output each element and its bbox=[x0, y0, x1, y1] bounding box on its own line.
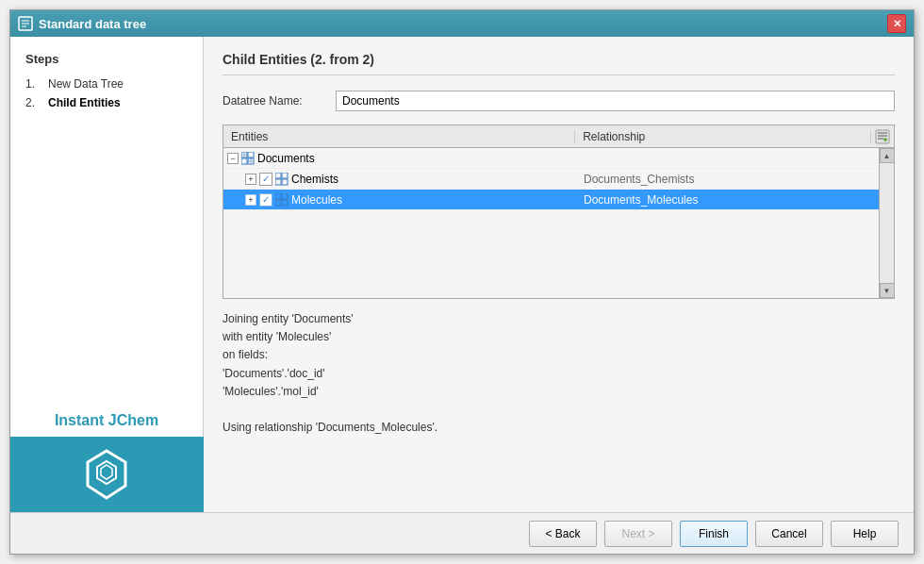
table-header: Entities Relationship bbox=[223, 125, 894, 148]
svg-marker-4 bbox=[88, 451, 125, 498]
rel-cell-molecules: Documents_Molecules bbox=[576, 193, 879, 207]
grid-icon-molecules bbox=[275, 193, 289, 207]
col-entities: Entities bbox=[223, 130, 575, 143]
info-line7: Using relationship 'Documents_Molecules'… bbox=[223, 419, 895, 437]
svg-rect-27 bbox=[275, 200, 281, 206]
checkbox-chemists[interactable]: ✓ bbox=[259, 173, 272, 186]
rel-cell-chemists: Documents_Chemists bbox=[576, 173, 879, 186]
step-2-label: Child Entities bbox=[48, 96, 121, 109]
footer: < Back Next > Finish Cancel Help bbox=[10, 512, 914, 554]
svg-rect-28 bbox=[282, 200, 288, 206]
finish-button[interactable]: Finish bbox=[680, 521, 748, 547]
entities-cell-molecules: + ✓ Molecules bbox=[223, 193, 576, 207]
rel-text-molecules: Documents_Molecules bbox=[584, 193, 698, 207]
svg-rect-7 bbox=[876, 130, 889, 143]
hex-icon bbox=[78, 446, 135, 503]
table-rows-area: − bbox=[223, 148, 879, 298]
right-panel: Child Entities (2. from 2) Datatree Name… bbox=[204, 37, 914, 512]
help-button[interactable]: Help bbox=[831, 521, 899, 547]
title-bar: Standard data tree ✕ bbox=[10, 10, 914, 37]
table-row[interactable]: + ✓ Chemists bbox=[223, 169, 879, 190]
svg-rect-23 bbox=[275, 179, 281, 185]
info-line1: Joining entity 'Documents' bbox=[223, 310, 895, 328]
panel-title: Child Entities (2. from 2) bbox=[223, 52, 895, 75]
scroll-down-btn[interactable]: ▼ bbox=[880, 283, 895, 298]
svg-rect-24 bbox=[282, 179, 288, 185]
entity-label-chemists: Chemists bbox=[291, 173, 338, 186]
main-content: Steps 1. New Data Tree 2. Child Entities… bbox=[10, 37, 914, 512]
datatree-label: Datatree Name: bbox=[223, 94, 326, 108]
title-bar-left: Standard data tree bbox=[18, 16, 146, 31]
scroll-up-btn[interactable]: ▲ bbox=[880, 148, 895, 163]
next-button[interactable]: Next > bbox=[604, 521, 672, 547]
sidebar: Steps 1. New Data Tree 2. Child Entities… bbox=[10, 37, 204, 512]
table-scrollbar[interactable]: ▲ ▼ bbox=[879, 148, 894, 298]
back-button[interactable]: < Back bbox=[529, 521, 597, 547]
info-line5: 'Molecules'.'mol_id' bbox=[223, 383, 895, 401]
expand-chemists[interactable]: + bbox=[245, 174, 256, 185]
expand-molecules[interactable]: + bbox=[245, 194, 256, 206]
rel-text-chemists: Documents_Chemists bbox=[584, 173, 694, 186]
step-1: 1. New Data Tree bbox=[25, 77, 188, 91]
entity-label-documents: Documents bbox=[257, 152, 315, 165]
svg-rect-15 bbox=[241, 158, 247, 164]
entities-cell-documents: − bbox=[223, 152, 576, 165]
folder-icon-documents bbox=[241, 152, 255, 165]
svg-rect-14 bbox=[248, 152, 254, 158]
sidebar-brand: Instant JChem bbox=[25, 412, 188, 497]
table-row[interactable]: − bbox=[223, 148, 879, 169]
info-line3: on fields: bbox=[223, 346, 895, 364]
svg-rect-25 bbox=[275, 193, 281, 199]
entities-cell-chemists: + ✓ Chemists bbox=[223, 173, 576, 186]
step-2-number: 2. bbox=[25, 96, 42, 109]
info-line4: 'Documents'.'doc_id' bbox=[223, 365, 895, 383]
info-line2: with entity 'Molecules' bbox=[223, 328, 895, 346]
brand-logo bbox=[10, 437, 204, 512]
step-1-number: 1. bbox=[25, 77, 42, 91]
datatree-name-row: Datatree Name: bbox=[223, 91, 895, 111]
step-2: 2. Child Entities bbox=[25, 96, 188, 109]
table-body: − bbox=[223, 148, 894, 298]
svg-rect-21 bbox=[275, 173, 281, 178]
steps-title: Steps bbox=[25, 52, 188, 66]
entities-table: Entities Relationship bbox=[223, 124, 895, 299]
brand-text: Instant JChem bbox=[55, 412, 158, 429]
expand-documents[interactable]: − bbox=[227, 153, 239, 164]
svg-rect-26 bbox=[282, 193, 288, 199]
svg-rect-22 bbox=[282, 173, 288, 178]
step-1-label: New Data Tree bbox=[48, 77, 124, 91]
cancel-button[interactable]: Cancel bbox=[755, 521, 823, 547]
main-window: Standard data tree ✕ Steps 1. New Data T… bbox=[9, 9, 915, 555]
info-area: Joining entity 'Documents' with entity '… bbox=[223, 310, 895, 497]
checkbox-molecules[interactable]: ✓ bbox=[259, 193, 272, 207]
table-add-icon[interactable] bbox=[871, 129, 894, 144]
window-icon bbox=[18, 16, 33, 31]
entity-label-molecules: Molecules bbox=[291, 193, 342, 207]
svg-marker-6 bbox=[101, 465, 112, 479]
col-relationship: Relationship bbox=[575, 130, 871, 143]
datatree-input[interactable] bbox=[336, 91, 895, 111]
close-button[interactable]: ✕ bbox=[887, 14, 906, 33]
table-row[interactable]: + ✓ Molecules bbox=[223, 190, 879, 210]
grid-icon-chemists bbox=[275, 173, 289, 186]
window-title: Standard data tree bbox=[39, 17, 146, 31]
